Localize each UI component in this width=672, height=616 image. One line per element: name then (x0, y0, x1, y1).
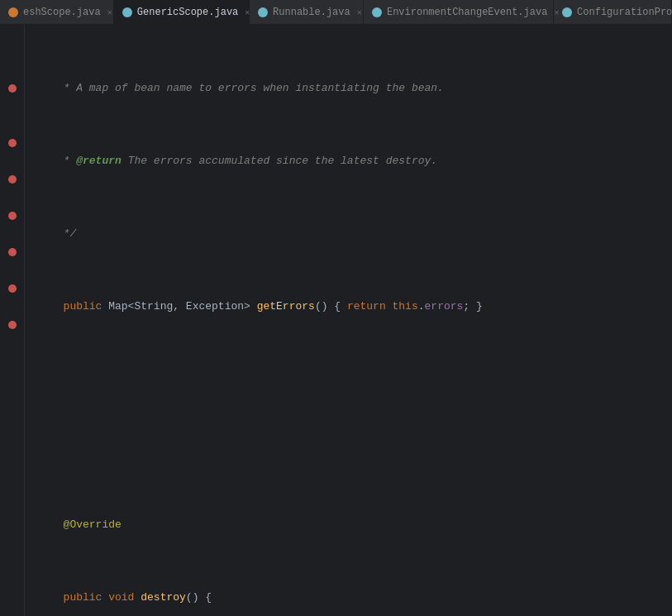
editor-area[interactable]: * A map of bean name to errors when inst… (25, 25, 672, 616)
code-line-6 (44, 443, 672, 461)
tab-label-genericscope: GenericScope.java (137, 7, 238, 18)
tab-icon-configpro (562, 7, 572, 17)
tab-environmentchange[interactable]: EnvironmentChangeEvent.java ✕ (364, 0, 554, 24)
code-line-7: @Override (44, 516, 672, 534)
line-numbers (25, 25, 37, 616)
tab-icon-genericscope (122, 7, 132, 17)
code-editor[interactable]: * A map of bean name to errors when inst… (37, 25, 672, 616)
tab-icon-environmentchange (372, 7, 382, 17)
tab-close-runnable[interactable]: ✕ (355, 6, 364, 19)
main-layout: * A map of bean name to errors when inst… (0, 25, 672, 616)
gutter-spacer-7 (0, 189, 24, 207)
breakpoint-1[interactable] (0, 79, 24, 98)
gutter-spacer-4 (0, 98, 24, 116)
tab-freshscope[interactable]: eshScope.java ✕ (0, 0, 114, 24)
code-line-1: * A map of bean name to errors when inst… (44, 79, 672, 98)
breakpoint-2[interactable] (0, 134, 24, 152)
gutter-spacer-6 (0, 152, 24, 170)
code-line-2: * @return The errors accumulated since t… (44, 152, 672, 170)
tab-configpro[interactable]: ConfigurationPro (554, 0, 672, 24)
code-line-8: public void destroy() { (44, 589, 672, 607)
breakpoint-6[interactable] (0, 279, 24, 298)
tab-bar: eshScope.java ✕ GenericScope.java ✕ Runn… (0, 0, 672, 25)
tab-icon-freshscope (8, 7, 18, 17)
gutter-spacer-1 (0, 25, 24, 43)
gutter-spacer-10 (0, 298, 24, 316)
tab-genericscope[interactable]: GenericScope.java ✕ (114, 0, 250, 24)
tab-label-freshscope: eshScope.java (23, 7, 101, 18)
breakpoint-3[interactable] (0, 170, 24, 189)
tab-label-environmentchange: EnvironmentChangeEvent.java (387, 7, 547, 18)
gutter-spacer-2 (0, 43, 24, 61)
tab-close-freshscope[interactable]: ✕ (106, 6, 114, 19)
tab-icon-runnable (258, 7, 268, 17)
code-line-5 (44, 370, 672, 389)
gutter-spacer-8 (0, 225, 24, 243)
tab-label-configpro: ConfigurationPro (577, 7, 672, 18)
gutter-spacer-5 (0, 116, 24, 134)
breakpoint-5[interactable] (0, 243, 24, 261)
code-line-3: */ (44, 225, 672, 243)
tab-runnable[interactable]: Runnable.java ✕ (250, 0, 364, 24)
breakpoint-4[interactable] (0, 207, 24, 225)
left-gutter (0, 25, 25, 616)
gutter-spacer-9 (0, 261, 24, 279)
tab-label-runnable: Runnable.java (273, 7, 350, 18)
breakpoint-7[interactable] (0, 316, 24, 334)
gutter-spacer-3 (0, 61, 24, 79)
code-line-4: public Map<String, Exception> getErrors(… (44, 298, 672, 316)
